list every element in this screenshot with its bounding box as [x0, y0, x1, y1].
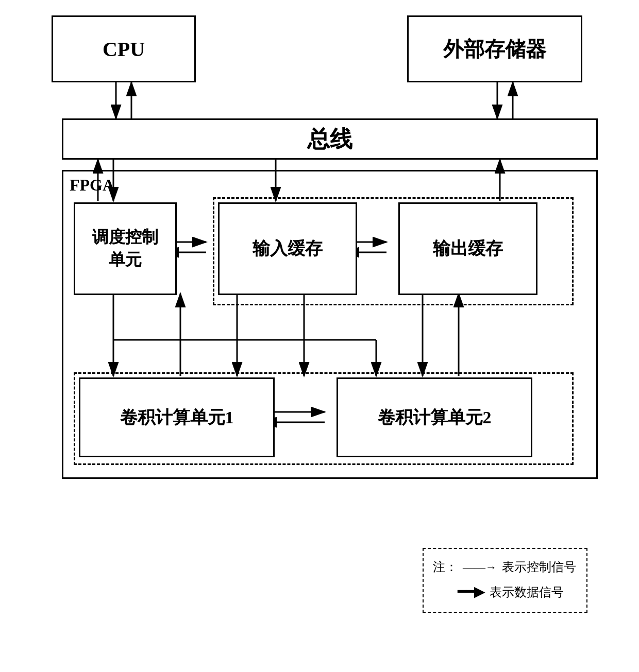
ext-mem-label: 外部存储器 — [443, 35, 546, 63]
output-buffer-box: 输出缓存 — [398, 202, 537, 295]
note-thick-arrow: ━━▶ — [458, 580, 484, 605]
note-line1-text: 表示控制信号 — [502, 556, 576, 578]
conv2-box: 卷积计算单元2 — [337, 377, 532, 457]
ext-mem-box: 外部存储器 — [407, 15, 582, 82]
output-buffer-label: 输出缓存 — [433, 237, 503, 261]
fpga-outer-box: FPGA 调度控制单元 输入缓存 输出缓存 卷积计算单元1 卷积计算单元2 — [62, 170, 598, 479]
input-buffer-label: 输入缓存 — [253, 237, 323, 261]
conv1-label: 卷积计算单元1 — [120, 406, 234, 429]
input-buffer-box: 输入缓存 — [218, 202, 357, 295]
cpu-box: CPU — [52, 15, 196, 82]
note-line2-text: 表示数据信号 — [490, 581, 564, 604]
note-header: 注： ——→ 表示控制信号 — [433, 556, 577, 578]
note-thin-arrow: ——→ — [463, 557, 497, 578]
fpga-label: FPGA — [70, 176, 114, 195]
bus-label: 总线 — [307, 124, 352, 154]
schedule-label: 调度控制单元 — [92, 226, 158, 271]
conv1-box: 卷积计算单元1 — [79, 377, 275, 457]
conv2-label: 卷积计算单元2 — [378, 406, 492, 429]
note-box: 注： ——→ 表示控制信号 ━━▶ 表示数据信号 — [423, 548, 587, 613]
schedule-box: 调度控制单元 — [74, 202, 177, 295]
bus-box: 总线 — [62, 118, 598, 160]
note-data-line: ━━▶ 表示数据信号 — [458, 580, 577, 605]
cpu-label: CPU — [103, 37, 145, 61]
diagram-container: CPU 外部存储器 总线 FPGA 调度控制单元 输入缓存 输出缓存 卷积计算单… — [36, 10, 603, 628]
note-prefix: 注： — [433, 556, 458, 578]
